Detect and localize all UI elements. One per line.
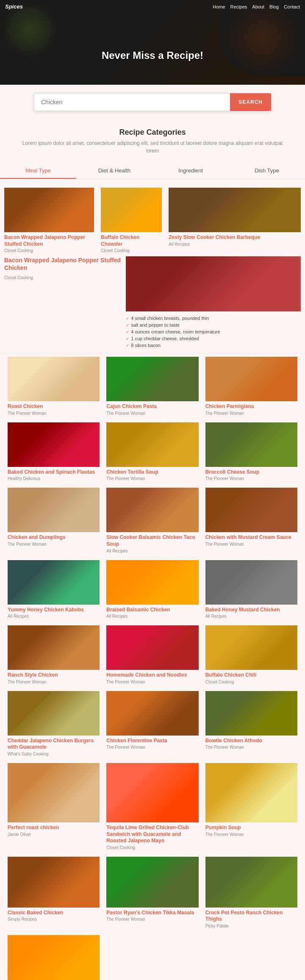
ingredient-item: 8 slices bacon bbox=[126, 342, 301, 349]
recipe-title: Tequila Lime Grilled Chicken-Club Sandwi… bbox=[106, 825, 198, 844]
header-tagline: Never Miss a Recipe! bbox=[102, 50, 203, 61]
list-item[interactable]: Perfect roast chicken Jamie Oliver bbox=[4, 760, 103, 853]
recipe-title: Cheddar Jalapeno Chicken Burgers with Gu… bbox=[8, 738, 100, 751]
list-item[interactable]: Buffalo Chicken Chowder Closet Cooking bbox=[97, 188, 165, 256]
recipe-source: The Pioneer Woman bbox=[8, 411, 100, 416]
categories-heading: Recipe Categories bbox=[17, 128, 288, 137]
recipe-title: Bowtie Chicken Alfredo bbox=[205, 738, 297, 744]
list-item[interactable]: Chicken and Dumplings The Pioneer Woman bbox=[4, 484, 103, 556]
nav-recipes[interactable]: Recipes bbox=[230, 4, 247, 9]
list-item[interactable]: Bacon Wrapped Jalapeno Popper Stuffed Ch… bbox=[4, 188, 97, 256]
recipe-source: The Pioneer Woman bbox=[205, 476, 297, 481]
search-input[interactable] bbox=[34, 93, 230, 111]
list-item[interactable]: Cajun Chicken Pasta The Pioneer Woman bbox=[103, 353, 202, 419]
recipe-source: The Pioneer Woman bbox=[205, 745, 297, 750]
nav-about[interactable]: About bbox=[252, 4, 264, 9]
recipe-source: The Pioneer Woman bbox=[106, 745, 198, 750]
recipe-source: The Pioneer Woman bbox=[106, 680, 198, 684]
recipe-title: Ranch Style Chicken bbox=[8, 672, 100, 679]
recipe-source: Closet Cooking bbox=[205, 680, 297, 684]
search-button[interactable]: SEARCH bbox=[230, 93, 271, 111]
nav-home[interactable]: Home bbox=[213, 4, 225, 9]
list-item[interactable]: Roast Chicken The Pioneer Woman bbox=[4, 353, 103, 419]
recipe-source: Closet Cooking bbox=[101, 248, 162, 253]
featured-title: Bacon Wrapped Jalapeno Popper Stuffed Ch… bbox=[4, 256, 121, 272]
recipe-title: Homemade Chicken and Noodles bbox=[106, 672, 198, 679]
list-item[interactable]: Crock Pot Pesto Ranch Chicken Thighs Pic… bbox=[202, 853, 301, 932]
recipe-title: Pastor Ryan's Chicken Tikka Masala bbox=[106, 910, 198, 916]
recipe-source: The Pioneer Woman bbox=[205, 411, 297, 416]
site-header: Spices Home Recipes About Blog Contact N… bbox=[0, 0, 305, 85]
list-item[interactable]: Chicken Tortilla Soup The Pioneer Woman bbox=[103, 419, 202, 485]
recipe-title: Classic Baked Chicken bbox=[8, 910, 100, 916]
recipe-title: Cajun Chicken Pasta bbox=[106, 403, 198, 410]
recipe-source: Picky Palate bbox=[205, 924, 297, 928]
list-item[interactable]: Pastor Ryan's Chicken Tikka Masala The P… bbox=[103, 853, 202, 932]
recipe-row: Baked Chicken and Spinach Flautas Health… bbox=[4, 419, 301, 485]
recipe-title: Broccoli Cheese Soup bbox=[205, 469, 297, 476]
list-item[interactable]: Broccoli Cheese Soup The Pioneer Woman bbox=[202, 419, 301, 485]
recipe-row: Roast Chicken The Pioneer Woman Cajun Ch… bbox=[4, 353, 301, 419]
left-recipe-col: Bacon Wrapped Jalapeno Popper Stuffed Ch… bbox=[4, 188, 97, 256]
list-item[interactable]: Chicken with Mustard Cream Sauce The Pio… bbox=[202, 484, 301, 556]
recipe-title: Slow Cooker Balsamic Chicken Taco Soup bbox=[106, 534, 198, 547]
recipe-source: All Recipes bbox=[8, 614, 100, 619]
recipe-source: All Recipes bbox=[169, 242, 301, 247]
recipe-source: All Recipes bbox=[106, 549, 198, 553]
list-item[interactable]: Yummy Honey Chicken Kabobs All Recipes bbox=[4, 557, 103, 622]
ingredient-item: 1 cup cheddar cheese, shredded bbox=[126, 335, 301, 342]
list-item[interactable]: Baked Honey Mustard Chicken All Recipes bbox=[202, 557, 301, 622]
site-logo: Spices bbox=[5, 3, 23, 10]
recipe-row: Chicken and Dumplings The Pioneer Woman … bbox=[4, 484, 301, 556]
recipe-source: What's Gaby Cooking bbox=[8, 752, 100, 756]
tab-dish-type[interactable]: Dish Type bbox=[229, 163, 305, 179]
nav-contact[interactable]: Contact bbox=[284, 4, 300, 9]
recipe-source: The Pioneer Woman bbox=[106, 411, 198, 416]
ingredient-list: 4 small chicken breasts, pounded thin sa… bbox=[126, 315, 301, 349]
right-col: Zesty Slow Cooker Chicken Barbeque All R… bbox=[165, 188, 301, 256]
tab-meal-type[interactable]: Meal Type bbox=[0, 163, 76, 179]
recipe-source: All Recipes bbox=[106, 614, 198, 619]
tab-diet-health[interactable]: Diet & Health bbox=[76, 163, 152, 179]
list-item[interactable]: Chicken Florentine Pasta The Pioneer Wom… bbox=[103, 688, 202, 760]
recipe-row: Yummy Honey Chicken Kabobs All Recipes B… bbox=[4, 557, 301, 622]
list-item[interactable]: Bowtie Chicken Alfredo The Pioneer Woman bbox=[202, 688, 301, 760]
recipe-source: The Pioneer Woman bbox=[205, 542, 297, 547]
nav-blog[interactable]: Blog bbox=[269, 4, 279, 9]
list-item[interactable]: Zesty Slow Cooker Chicken Barbeque All R… bbox=[165, 188, 301, 250]
list-item[interactable]: Classic Baked Chicken Simply Recipes bbox=[4, 853, 103, 932]
recipe-title: Chicken Parmigiana bbox=[205, 403, 297, 410]
list-item[interactable]: Homemade Chicken and Noodles The Pioneer… bbox=[103, 622, 202, 688]
recipe-row: Perfect roast chicken Jamie Oliver Tequi… bbox=[4, 760, 301, 853]
list-item[interactable]: Baked Chicken and Spinach Flautas Health… bbox=[4, 419, 103, 485]
ingredient-item: salt and pepper to taste bbox=[126, 322, 301, 328]
list-item[interactable]: Roast Sticky Chicken Rotisserie Style Al… bbox=[4, 932, 103, 980]
list-item[interactable]: Chicken Parmigiana The Pioneer Woman bbox=[202, 353, 301, 419]
recipe-source: The Pioneer Woman bbox=[8, 680, 100, 684]
middle-recipe-col: Buffalo Chicken Chowder Closet Cooking bbox=[97, 188, 165, 256]
list-item[interactable]: Cheddar Jalapeno Chicken Burgers with Gu… bbox=[4, 688, 103, 760]
list-item[interactable]: Pumpkin Soup The Pioneer Woman bbox=[202, 760, 301, 853]
recipe-title: Perfect roast chicken bbox=[8, 825, 100, 831]
recipe-source: The Pioneer Woman bbox=[106, 476, 198, 481]
recipe-title: Bacon Wrapped Jalapeno Popper Stuffed Ch… bbox=[4, 234, 94, 247]
featured-image bbox=[126, 256, 301, 311]
list-item[interactable]: Tequila Lime Grilled Chicken-Club Sandwi… bbox=[103, 760, 202, 853]
recipe-title: Pumpkin Soup bbox=[205, 825, 297, 831]
list-item[interactable]: Buffalo Chicken Chili Closet Cooking bbox=[202, 622, 301, 688]
recipe-source: Closet Cooking bbox=[106, 845, 198, 850]
list-item[interactable]: Ranch Style Chicken The Pioneer Woman bbox=[4, 622, 103, 688]
recipe-title: Chicken with Mustard Cream Sauce bbox=[205, 534, 297, 541]
tab-ingredient[interactable]: Ingredient bbox=[152, 163, 229, 179]
recipe-title: Chicken Tortilla Soup bbox=[106, 469, 198, 476]
recipe-source: Closet Cooking bbox=[4, 248, 94, 253]
ingredient-item: 4 small chicken breasts, pounded thin bbox=[126, 315, 301, 322]
recipe-source: Simply Recipes bbox=[8, 917, 100, 922]
search-container: SEARCH bbox=[0, 85, 305, 119]
list-item[interactable]: Braised Balsamic Chicken All Recipes bbox=[103, 557, 202, 622]
list-item[interactable]: Slow Cooker Balsamic Chicken Taco Soup A… bbox=[103, 484, 202, 556]
main-nav: Home Recipes About Blog Contact bbox=[213, 4, 300, 9]
recipe-source: The Pioneer Woman bbox=[205, 832, 297, 837]
recipe-title: Roast Chicken bbox=[8, 403, 100, 410]
recipe-title: Chicken Florentine Pasta bbox=[106, 738, 198, 744]
